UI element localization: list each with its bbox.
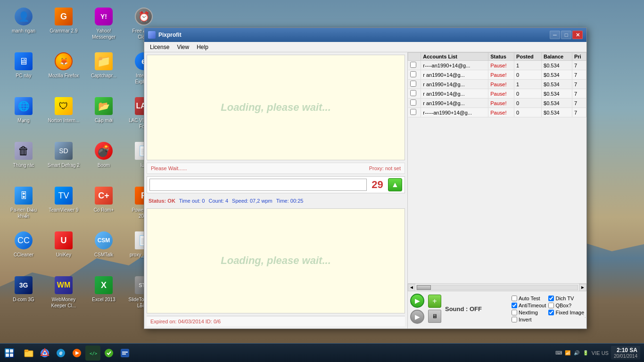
horizontal-scrollbar[interactable]: ◄ ► (408, 283, 586, 291)
tray-power: 🔋 (582, 349, 589, 357)
app-icon (148, 31, 156, 39)
accounts-table: Accounts List Status Posted Balance Pri … (408, 52, 586, 117)
desktop-icon-panen[interactable]: 🎛 Pa-nen Điều khiển (5, 184, 42, 226)
start-button[interactable] (0, 344, 19, 362)
menu-license[interactable]: License (146, 43, 173, 51)
taskbar-icon-code[interactable]: </> (85, 346, 100, 361)
table-row[interactable]: r an1990+14@g... Pause! 1 $0.534 7 (408, 80, 586, 89)
row-email-0: r----an1990+14@g... (421, 61, 488, 70)
desktop-icon-grammar[interactable]: G Grammar 2.9 (45, 5, 83, 47)
checkbox-nextimg[interactable] (512, 310, 517, 315)
captcha-number: 29 (369, 179, 386, 191)
row-posted-1: 0 (514, 70, 542, 80)
scroll-right-btn[interactable]: ► (579, 284, 586, 291)
col-status: Status (488, 53, 514, 61)
desktop-icon-yahoo[interactable]: Y! Yahoo! Messenger (85, 5, 123, 47)
desktop-icon-pc[interactable]: 🖥 PC này (5, 49, 42, 92)
desktop-icon-team[interactable]: TV TeamViewer 9 (45, 184, 83, 226)
second-button[interactable]: ▶ (410, 310, 424, 324)
desktop-icon-boom[interactable]: 💣 Boom (85, 139, 123, 181)
checkbox-fixedimage[interactable] (548, 310, 554, 315)
add-button[interactable]: + (428, 295, 441, 308)
maximize-button[interactable]: □ (561, 31, 571, 39)
desktop-icon-trash[interactable]: 🗑 Thùng rác (5, 139, 42, 181)
scrollbar-thumb[interactable] (417, 285, 431, 290)
option-fixedimage[interactable]: Fixed Image (548, 310, 584, 315)
taskbar: e </> (0, 343, 644, 362)
status-ok: Status: OK (149, 198, 175, 204)
option-autotest[interactable]: Auto Test (512, 296, 547, 301)
row-checkbox-0[interactable] (410, 62, 416, 68)
menu-view[interactable]: View (173, 43, 193, 51)
menu-help[interactable]: Help (193, 43, 212, 51)
checkbox-autotest[interactable] (512, 296, 517, 301)
option-antitimeout[interactable]: AntiTimeout (512, 303, 547, 308)
desktop-icon-csm[interactable]: CSM CSMTalk (85, 229, 123, 271)
taskbar-icon-ie[interactable]: e (53, 346, 68, 361)
row-pri-3: 7 (572, 89, 586, 99)
table-row[interactable]: r----an1990+14@g... Pause! 1 $0.534 7 (408, 61, 586, 70)
captcha-input[interactable] (149, 179, 367, 191)
taskbar-right: ⌨ 📶 🔊 🔋 VIE US 2:10 SA 20/01/2014 (555, 346, 644, 360)
scroll-left-btn[interactable]: ◄ (408, 284, 415, 291)
row-email-2: r an1990+14@g... (421, 80, 488, 89)
table-row[interactable]: r an1990+14@g... Pause! 0 $0.534 7 (408, 70, 586, 80)
svg-text:e: e (59, 350, 63, 356)
time-stat: Time: 00:25 (276, 198, 304, 204)
checkbox-antitimeout[interactable] (512, 303, 517, 308)
checkbox-dichtv[interactable] (548, 296, 554, 301)
table-row[interactable]: r-----an1990+14@g... Pause! 0 $0.534 7 (408, 108, 586, 117)
taskbar-pinned-icons: e </> (19, 346, 135, 361)
screen-button[interactable]: 🖥 (428, 310, 441, 323)
row-email-3: r an1990+14@g... (421, 89, 488, 99)
table-row[interactable]: r an1990+14@g... Pause! 0 $0.534 7 (408, 99, 586, 108)
row-checkbox-4[interactable] (410, 99, 416, 106)
option-dichtv[interactable]: Dich TV (548, 296, 584, 301)
row-checkbox-1[interactable] (410, 71, 416, 77)
desktop-icon-captcha[interactable]: 📁 Captchapr... (85, 49, 123, 92)
option-qbox[interactable]: QBox? (548, 303, 584, 308)
browser-frame-bottom: Loading, please wait... (147, 208, 405, 314)
minimize-button[interactable]: ─ (550, 31, 560, 39)
desktop-icon-excel[interactable]: X Excel 2013 (85, 273, 123, 316)
row-checkbox-5[interactable] (410, 109, 416, 115)
desktop-icon-smart[interactable]: SD Smart Defrag 2 (45, 139, 83, 181)
option-nextimg[interactable]: NextImg (512, 310, 547, 315)
table-row[interactable]: r an1990+14@g... Pause! 0 $0.534 7 (408, 89, 586, 99)
taskbar-icon-chrome[interactable] (37, 346, 52, 361)
row-email-4: r an1990+14@g... (421, 99, 488, 108)
svg-point-4 (43, 352, 46, 354)
row-status-4: Pause! (488, 99, 514, 108)
row-checkbox-3[interactable] (410, 90, 416, 96)
main-btn-col: ▶ ▶ (410, 294, 424, 324)
desktop-icon-3g[interactable]: 3G D-com 3G (5, 273, 42, 316)
col-pri: Pri (572, 53, 586, 61)
desktop-icon-wm[interactable]: WM WebMoney Keeper Cl... (45, 273, 83, 316)
option-invert[interactable]: Invert (512, 317, 547, 322)
taskbar-icon-green[interactable] (101, 346, 116, 361)
checkbox-invert[interactable] (512, 317, 517, 322)
desktop-icon-manhngan[interactable]: 👤 manh ngan (5, 5, 42, 47)
app-window: Pixprofit ─ □ ✕ License View Help Loadin… (144, 27, 587, 329)
taskbar-icon-explorer[interactable] (21, 346, 36, 361)
resize-corner[interactable]: ⋱ (581, 313, 586, 318)
desktop-icon-ccleaner[interactable]: CC CCleaner (5, 229, 42, 271)
desktop-icon-capmo[interactable]: 📂 Cập mới (85, 94, 123, 137)
loading-text-top: Loading, please wait... (221, 101, 331, 114)
desktop: 👤 manh ngan G Grammar 2.9 Y! Yahoo! Mess… (0, 0, 644, 362)
window-title: Pixprofit (158, 32, 182, 38)
desktop-icon-firefox[interactable]: 🦊 Mozilla Firefox (45, 49, 83, 92)
taskbar-icon-media[interactable] (69, 346, 84, 361)
desktop-icon-norton[interactable]: 🛡 Norton Intern... (45, 94, 83, 137)
row-checkbox-2[interactable] (410, 81, 416, 87)
captcha-submit-button[interactable]: ▲ (388, 178, 402, 191)
taskbar-icon-blue[interactable] (117, 346, 132, 361)
desktop-icon-unikey[interactable]: U UniKey (45, 229, 83, 271)
scrollbar-track[interactable] (416, 285, 578, 290)
desktop-icon-mang[interactable]: 🌐 Mạng (5, 94, 42, 137)
row-balance-2: $0.534 (542, 80, 572, 89)
close-button[interactable]: ✕ (572, 31, 583, 39)
checkbox-qbox[interactable] (548, 303, 554, 308)
desktop-icon-corom[interactable]: C+ Co Rom+ (85, 184, 123, 226)
start-button[interactable]: ▶ (410, 294, 424, 308)
